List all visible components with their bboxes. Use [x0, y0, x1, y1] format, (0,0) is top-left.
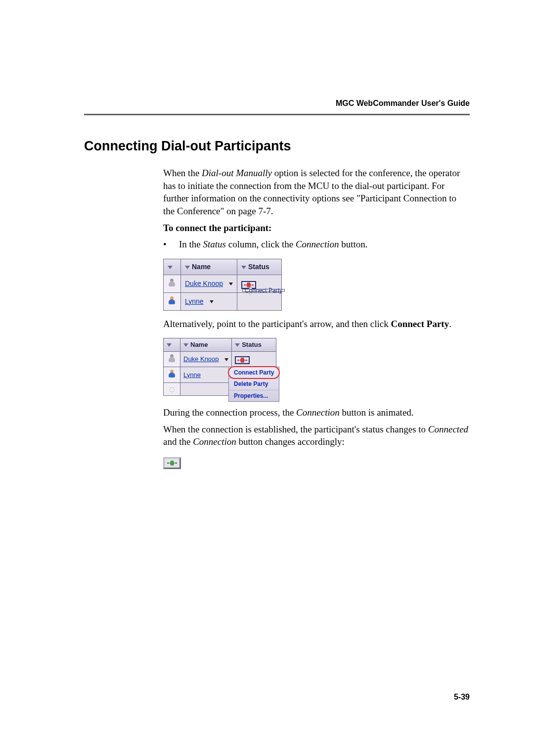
participant-link[interactable]: Duke Knoop [185, 280, 223, 287]
status-cell [232, 351, 276, 367]
person-icon [168, 369, 177, 378]
connection-disconnected-icon [237, 358, 247, 363]
participant-icon-cell [164, 275, 181, 292]
connection-button[interactable] [235, 356, 250, 364]
page-number: 5-39 [454, 693, 470, 702]
procedure-heading: To connect the participant: [163, 222, 470, 235]
connection-tooltip: Connect Party [242, 289, 285, 292]
figure-participants-table-2: Name Status Duke Knoop [163, 338, 470, 399]
table-row: Duke Knoop [164, 351, 276, 367]
participant-name-cell: Duke Knoop [180, 351, 232, 367]
dropdown-arrow-icon[interactable] [229, 283, 233, 285]
table-row: Lynne [164, 292, 282, 310]
person-icon [168, 296, 177, 305]
column-header-status[interactable]: Status [232, 338, 276, 352]
running-header: MGC WebCommander User's Guide [336, 99, 470, 108]
section-heading: Connecting Dial-out Participants [84, 139, 470, 154]
table-corner[interactable] [164, 338, 180, 352]
alt-paragraph: Alternatively, point to the participant'… [163, 318, 470, 331]
participant-name-cell: Lynne [180, 367, 232, 383]
connected-paragraph: When the connection is established, the … [163, 423, 470, 448]
connection-connected-icon [167, 461, 177, 466]
participant-icon-cell: ◌ [164, 382, 180, 396]
participant-link[interactable]: Lynne [185, 297, 204, 305]
participant-icon-cell [164, 292, 181, 310]
status-cell: Connect Party [237, 275, 281, 292]
figure-participants-table-1: Name Status Duke Knoop [163, 259, 470, 311]
participant-name-cell: Lynne [181, 292, 237, 310]
table-row: Duke Knoop Connect Party [164, 275, 282, 292]
bullet-text: In the Status column, click the Connecti… [179, 238, 368, 251]
column-header-name[interactable]: Name [181, 259, 237, 275]
person-icon [168, 354, 177, 363]
sort-icon [241, 266, 246, 269]
menu-item-properties[interactable]: Properties... [229, 390, 279, 401]
participant-name-cell [180, 382, 232, 396]
participant-link[interactable]: Duke Knoop [183, 355, 219, 363]
connection-button-connected[interactable] [163, 457, 181, 469]
sort-icon [185, 266, 190, 269]
sort-icon [167, 343, 172, 347]
participant-name-cell: Duke Knoop [181, 275, 237, 292]
menu-item-delete-party[interactable]: Delete Party [229, 378, 279, 390]
dropdown-arrow-icon[interactable] [224, 358, 228, 361]
participant-link[interactable]: Lynne [183, 371, 201, 378]
connection-button[interactable]: Connect Party [241, 281, 256, 289]
person-icon [168, 278, 177, 287]
status-cell [237, 292, 281, 310]
column-header-status[interactable]: Status [237, 259, 281, 275]
sort-icon [235, 343, 240, 347]
bullet-marker: • [163, 238, 167, 251]
header-rule [84, 114, 470, 115]
column-header-name[interactable]: Name [180, 338, 232, 352]
participant-icon-cell [164, 367, 180, 383]
menu-item-connect-party[interactable]: Connect Party [229, 367, 279, 378]
sort-icon [183, 343, 188, 347]
intro-paragraph: When the Dial-out Manually option is sel… [163, 167, 470, 218]
animated-paragraph: During the connection process, the Conne… [163, 406, 470, 419]
context-menu: Connect Party Delete Party Properties... [228, 367, 279, 402]
table-corner[interactable] [164, 259, 181, 275]
dropdown-arrow-icon[interactable] [210, 300, 214, 303]
sort-icon [168, 266, 173, 269]
participant-icon-cell [164, 351, 180, 367]
